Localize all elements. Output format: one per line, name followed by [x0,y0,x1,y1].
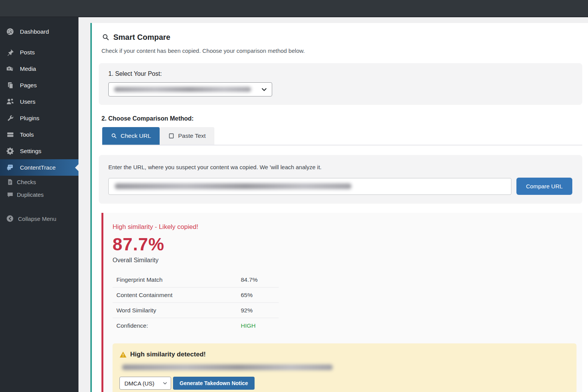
sidebar-item-label: Plugins [20,115,39,122]
sidebar-item-label: Posts [20,49,35,56]
step2-label: 2. Choose Comparison Method: [101,115,582,122]
sidebar-item-posts[interactable]: Posts [0,44,78,60]
chevron-down-icon [162,381,168,386]
generate-takedown-button[interactable]: Generate Takedown Notice [173,377,255,390]
document-icon [7,179,13,185]
sidebar-item-users[interactable]: Users [0,93,78,110]
pages-icon [6,81,14,89]
admin-toolbar [0,0,588,17]
sidebar-item-label: Pages [20,82,37,89]
warning-title: High similarity detected! [130,351,206,358]
sidebar-item-plugins[interactable]: Plugins [0,110,78,126]
post-select-dropdown[interactable] [108,82,272,96]
gear-icon [6,147,14,155]
chevron-down-icon [261,87,267,93]
table-row: Confidence: HIGH [113,318,279,333]
overall-similarity-label: Overall Similarity [113,257,577,264]
search-icon [111,133,117,139]
tab-check-url[interactable]: Check URL [102,127,160,145]
sidebar-item-pages[interactable]: Pages [0,77,78,93]
tools-icon [6,131,14,139]
url-compare-section: Enter the URL, where you suspect your co… [99,155,582,204]
metric-label: Fingerprint Match [116,276,241,283]
sidebar-item-dashboard[interactable]: Dashboard [0,23,78,40]
high-similarity-warning-box: High similarity detected! DMCA (US) Gene… [113,343,577,392]
comment-bubble-icon [7,191,13,198]
contenttrace-icon [6,163,14,172]
redacted-warning-detail [122,364,333,370]
metric-label: Confidence: [116,322,241,329]
redacted-post-title [114,87,251,92]
sidebar-item-settings[interactable]: Settings [0,143,78,159]
metric-value: 92% [241,307,253,314]
sidebar-item-media[interactable]: Media [0,60,78,77]
jurisdiction-select[interactable]: DMCA (US) [119,377,171,390]
sidebar-subitem-label: Duplicates [17,191,44,198]
page-subtitle: Check if your content has been copied. C… [101,47,582,54]
plugin-wrench-icon [6,114,14,122]
metric-label: Content Containment [116,292,241,299]
sidebar-item-label: Users [20,98,35,105]
search-icon [102,34,109,41]
page-title: Smart Compare [113,33,170,42]
confidence-value: HIGH [241,322,256,329]
table-row: Word Similarity 92% [113,303,279,318]
tab-label: Check URL [121,132,151,139]
results-panel: High similarity - Likely copied! 87.7% O… [101,213,582,392]
url-instruction: Enter the URL, where you suspect your co… [108,164,573,170]
sidebar-subitem-duplicates[interactable]: Duplicates [0,188,78,201]
smart-compare-panel: Smart Compare Check if your content has … [90,23,588,392]
table-row: Content Containment 65% [113,287,279,303]
collapse-menu-button[interactable]: Collapse Menu [0,211,78,226]
pushpin-icon [6,48,14,56]
sidebar-item-label: Media [20,65,36,72]
sidebar-item-label: Dashboard [20,28,49,35]
jurisdiction-value: DMCA (US) [124,380,154,387]
users-icon [6,98,14,106]
metrics-table: Fingerprint Match 84.7% Content Containm… [113,272,279,333]
step1-label: 1. Select Your Post: [108,70,573,77]
result-alert-text: High similarity - Likely copied! [113,223,577,231]
admin-sidebar: Dashboard Posts Media Pages Users Plugin… [0,17,78,392]
sidebar-item-contenttrace[interactable]: ContentTrace [0,159,78,176]
collapse-arrow-icon [6,215,14,222]
sidebar-item-label: ContentTrace [20,164,56,171]
overall-similarity-score: 87.7% [113,234,577,255]
tab-paste-text[interactable]: Paste Text [160,127,214,145]
media-camera-icon [6,65,14,73]
tab-label: Paste Text [178,132,206,139]
metric-value: 84.7% [241,276,258,283]
collapse-menu-label: Collapse Menu [18,216,56,222]
sidebar-subitem-checks[interactable]: Checks [0,176,78,188]
comparison-method-tabs: Check URL Paste Text [102,127,582,145]
sidebar-item-label: Tools [20,131,34,138]
metric-value: 65% [241,292,253,299]
select-post-section: 1. Select Your Post: [99,63,582,105]
warning-triangle-icon [119,351,127,358]
dashboard-gauge-icon [6,28,14,36]
redacted-url-value [115,183,351,189]
sidebar-item-label: Settings [20,148,41,155]
url-input[interactable] [108,178,511,195]
paste-box-icon [168,133,175,139]
sidebar-subitem-label: Checks [17,179,36,185]
metric-label: Word Similarity [116,307,241,314]
table-row: Fingerprint Match 84.7% [113,272,279,287]
sidebar-item-tools[interactable]: Tools [0,126,78,143]
compare-url-button[interactable]: Compare URL [516,178,572,195]
